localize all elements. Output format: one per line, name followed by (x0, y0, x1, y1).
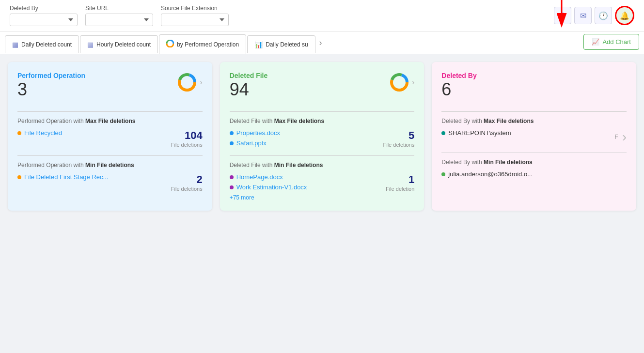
deleted-by-title: Deleted By (441, 72, 476, 79)
card-deleted-by-header: Deleted By 6 (441, 72, 627, 104)
file-recycled-link[interactable]: File Recycled (24, 129, 62, 137)
properties-docx-dot (230, 131, 234, 135)
performed-op-max-count: 104 (171, 129, 203, 142)
add-chart-icon: 📈 (592, 38, 599, 46)
charts-tabs: ▦ Daily Deleted count ▦ Hourly Deleted c… (0, 31, 644, 54)
divider-2 (17, 155, 203, 156)
divider-6 (441, 153, 627, 153)
homepage-docx-dot (230, 175, 234, 179)
divider-1 (17, 111, 203, 112)
deleted-file-donut (389, 72, 410, 93)
tab-daily-deleted-su[interactable]: 📊 Daily Deleted su (247, 35, 315, 53)
performed-operation-count: 3 (17, 79, 85, 100)
performed-op-max-count-label: File deletions (171, 142, 203, 148)
divider-4 (230, 155, 415, 156)
source-file-ext-label: Source File Extension (161, 5, 229, 12)
deleted-file-min-title-text: Deleted File with Min File deletions (230, 162, 323, 169)
deleted-by-max-arrow[interactable]: › (622, 129, 627, 145)
more-link[interactable]: +75 more (230, 194, 254, 201)
tab-daily-deleted[interactable]: ▦ Daily Deleted count (5, 35, 79, 53)
performed-operation-chevron[interactable]: › (200, 78, 202, 87)
deleted-file-max-row: Properties.docx Safari.pptx 5 File delet… (230, 129, 415, 148)
sharepoint-system-item: SHAREPOINT\system (441, 129, 511, 137)
tab-hourly-deleted-label: Hourly Deleted count (96, 41, 151, 48)
properties-docx-item: Properties.docx (230, 129, 280, 137)
download-icon: ⬇ (560, 11, 566, 20)
download-button[interactable]: ⬇ (554, 7, 571, 24)
deleted-by-max-right: F › (614, 129, 627, 145)
performed-operation-donut (176, 72, 198, 93)
divider-5 (441, 111, 627, 112)
add-chart-button[interactable]: 📈 Add Chart (583, 34, 639, 50)
bell-icon: 🔔 (620, 11, 629, 20)
tab-by-operation[interactable]: by Performed Operation (159, 34, 246, 54)
deleted-file-min-items: HomePage.docx Work Estimation-V1.docx +7… (230, 173, 307, 201)
file-deleted-first-stage-link[interactable]: File Deleted First Stage Rec... (24, 173, 108, 181)
tab-hourly-deleted[interactable]: ▦ Hourly Deleted count (80, 35, 158, 53)
card-deleted-file: Deleted File 94 › Deleted File with Max … (220, 62, 424, 211)
card-deleted-by: Deleted By 6 Deleted By with Max File de… (432, 62, 636, 211)
performed-op-min-count-col: 2 File deletions (171, 173, 203, 192)
card-performed-operation: Performed Operation 3 › Performed Operat… (8, 62, 212, 211)
filter-deleted-by: Deleted By (10, 5, 78, 26)
clock-button[interactable]: 🕐 (595, 7, 612, 24)
deleted-file-min-count: 1 (386, 173, 414, 186)
deleted-file-chevron[interactable]: › (412, 78, 414, 87)
performed-op-max-title: Performed Operation with Max File deleti… (17, 118, 203, 124)
deleted-file-max-count-col: 5 File deletions (383, 129, 415, 148)
homepage-docx-item: HomePage.docx (230, 173, 307, 181)
julia-item: julia.anderson@o365droid.o... (441, 170, 533, 178)
work-estimation-dot (230, 185, 234, 189)
performed-op-min-title: Performed Operation with Min File deleti… (17, 162, 203, 169)
deleted-file-max-items: Properties.docx Safari.pptx (230, 129, 280, 147)
deleted-by-min-title: Deleted By with Min File deletions (441, 159, 627, 166)
performed-op-max-item-row: File Recycled 104 File deletions (17, 129, 203, 148)
site-url-select[interactable] (85, 14, 153, 26)
deleted-file-max-title: Deleted File with Max File deletions (230, 118, 415, 124)
safari-pptx-item: Safari.pptx (230, 139, 280, 147)
deleted-file-title: Deleted File (230, 72, 268, 79)
deleted-by-max-title-text: Deleted By with Max File deletions (441, 118, 534, 124)
source-file-ext-select[interactable] (161, 14, 229, 26)
deleted-file-min-count-label: File deletion (386, 186, 414, 192)
deleted-by-max-f-label: F (614, 134, 618, 140)
clock-icon: 🕐 (598, 11, 608, 20)
performed-op-min-count: 2 (171, 173, 203, 186)
tab-daily-deleted-label: Daily Deleted count (21, 41, 72, 48)
safari-pptx-link[interactable]: Safari.pptx (236, 139, 267, 147)
deleted-file-max-title-text: Deleted File with Max File deletions (230, 118, 324, 124)
tab-hourly-deleted-icon: ▦ (87, 41, 94, 48)
safari-pptx-dot (230, 141, 234, 145)
site-url-label: Site URL (85, 5, 153, 12)
mail-icon: ✉ (580, 11, 586, 20)
performed-op-max-count-col: 104 File deletions (171, 129, 203, 148)
homepage-docx-link[interactable]: HomePage.docx (236, 173, 283, 181)
deleted-by-select[interactable] (10, 14, 78, 26)
file-deleted-dot (17, 175, 21, 179)
deleted-by-min-item-row: julia.anderson@o365droid.o... (441, 170, 627, 178)
divider-3 (230, 111, 415, 112)
toolbar-icons: ⬇ ✉ 🕐 🔔 (554, 6, 634, 25)
performed-op-min-count-label: File deletions (171, 186, 203, 192)
performed-op-min-item-left: File Deleted First Stage Rec... (17, 173, 108, 181)
deleted-by-min-title-text: Deleted By with Min File deletions (441, 159, 532, 166)
deleted-file-min-row: HomePage.docx Work Estimation-V1.docx +7… (230, 173, 415, 201)
work-estimation-link[interactable]: Work Estimation-V1.docx (236, 184, 307, 191)
tab-by-operation-icon (166, 40, 174, 49)
main-content: Performed Operation 3 › Performed Operat… (0, 54, 644, 218)
tabs-next-arrow[interactable]: › (316, 38, 325, 48)
sharepoint-system-label: SHAREPOINT\system (448, 129, 511, 137)
add-chart-label: Add Chart (602, 38, 631, 46)
filter-site-url: Site URL (85, 5, 153, 26)
bell-button[interactable]: 🔔 (615, 6, 634, 25)
deleted-file-header-right: › (389, 72, 414, 93)
deleted-file-max-count: 5 (383, 129, 415, 142)
mail-button[interactable]: ✉ (574, 7, 592, 24)
julia-dot (441, 172, 445, 176)
performed-op-min-item-row: File Deleted First Stage Rec... 2 File d… (17, 173, 203, 192)
deleted-by-max-title: Deleted By with Max File deletions (441, 118, 627, 124)
deleted-by-count: 6 (441, 79, 476, 100)
deleted-file-min-count-col: 1 File deletion (386, 173, 414, 192)
properties-docx-link[interactable]: Properties.docx (236, 129, 280, 137)
performed-operation-title: Performed Operation (17, 72, 85, 79)
